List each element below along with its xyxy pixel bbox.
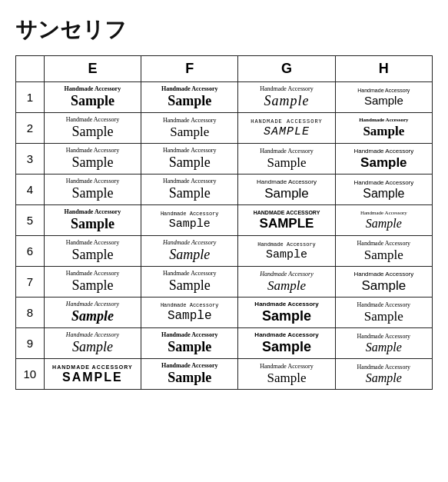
cell-10g: Handmade Accessory Sample	[238, 359, 335, 390]
cell-7h: Handmade Accessory Sample	[335, 267, 432, 298]
cell-3e: Handmade Accessory Sample	[44, 144, 141, 175]
page-title: サンセリフ	[15, 15, 433, 45]
table-row: 10 Handmade Accessory SAMPLE Handmade Ac…	[16, 359, 433, 390]
cell-2f: Handmade Accessory Sample	[141, 113, 238, 144]
cell-4h: Handmade Accessory Sample	[335, 175, 432, 205]
col-header-h: H	[335, 56, 432, 82]
font-sample-table: E F G H 1 Handmade Accessory Sample Hand…	[15, 55, 433, 390]
cell-7f: Handmade Accessory Sample	[141, 267, 238, 298]
row-number: 7	[16, 267, 45, 298]
cell-8g: Handmade Accessory Sample	[238, 298, 335, 328]
cell-8e: Handmade Accessory Sample	[44, 298, 141, 328]
cell-4f: Handmade Accessory Sample	[141, 175, 238, 205]
cell-5h: Handmade Accessory Sample	[335, 205, 432, 236]
cell-7g: Handmade Accessory Sample	[238, 267, 335, 298]
cell-6e: Handmade Accessory Sample	[44, 236, 141, 267]
cell-6h: Handmade Accessory Sample	[335, 236, 432, 267]
cell-9h: Handmade Accessory Sample	[335, 328, 432, 359]
cell-6g: Handmade Accessory Sample	[238, 236, 335, 267]
cell-1h: Handmade Accessory Sample	[335, 82, 432, 113]
cell-1e: Handmade Accessory Sample	[44, 82, 141, 113]
cell-8f: Handmade Accessory Sample	[141, 298, 238, 328]
table-row: 2 Handmade Accessory Sample Handmade Acc…	[16, 113, 433, 144]
cell-4e: Handmade Accessory Sample	[44, 175, 141, 205]
cell-10h: Handmade Accessory Sample	[335, 359, 432, 390]
cell-2h: Handmade Accessory Sample	[335, 113, 432, 144]
cell-5f: Handmade Accessory Sample	[141, 205, 238, 236]
row-number: 5	[16, 205, 45, 236]
cell-4g: Handmade Accessory Sample	[238, 175, 335, 205]
cell-5e: Handmade Accessory Sample	[44, 205, 141, 236]
cell-9g: Handmade Accessory Sample	[238, 328, 335, 359]
row-number: 4	[16, 175, 45, 205]
cell-1f: Handmade Accessory Sample	[141, 82, 238, 113]
table-row: 6 Handmade Accessory Sample Handmade Acc…	[16, 236, 433, 267]
cell-8h: Handmade Accessory Sample	[335, 298, 432, 328]
table-row: 8 Handmade Accessory Sample Handmade Acc…	[16, 298, 433, 328]
cell-9f: Handmade Accessory Sample	[141, 328, 238, 359]
cell-10f: Handmade Accessory Sample	[141, 359, 238, 390]
table-row: 9 Handmade Accessory Sample Handmade Acc…	[16, 328, 433, 359]
cell-9e: Handmade Accessory Sample	[44, 328, 141, 359]
cell-3g: Handmade Accessory Sample	[238, 144, 335, 175]
cell-3h: Handmade Accessory Sample	[335, 144, 432, 175]
cell-5g: Handmade Accessory Sample	[238, 205, 335, 236]
row-number: 1	[16, 82, 45, 113]
row-number: 3	[16, 144, 45, 175]
table-row: 4 Handmade Accessory Sample Handmade Acc…	[16, 175, 433, 205]
cell-10e: Handmade Accessory SAMPLE	[44, 359, 141, 390]
cell-7e: Handmade Accessory Sample	[44, 267, 141, 298]
table-row: 1 Handmade Accessory Sample Handmade Acc…	[16, 82, 433, 113]
col-header-num	[16, 56, 45, 82]
col-header-f: F	[141, 56, 238, 82]
table-row: 3 Handmade Accessory Sample Handmade Acc…	[16, 144, 433, 175]
col-header-e: E	[44, 56, 141, 82]
row-number: 2	[16, 113, 45, 144]
cell-3f: Handmade Accessory Sample	[141, 144, 238, 175]
row-number: 6	[16, 236, 45, 267]
cell-6f: Handmade Accessory Sample	[141, 236, 238, 267]
row-number: 8	[16, 298, 45, 328]
cell-2g: Handmade Accessory Sample	[238, 113, 335, 144]
col-header-g: G	[238, 56, 335, 82]
cell-1g: Handmade Accessory Sample	[238, 82, 335, 113]
table-row: 5 Handmade Accessory Sample Handmade Acc…	[16, 205, 433, 236]
cell-2e: Handmade Accessory Sample	[44, 113, 141, 144]
row-number: 9	[16, 328, 45, 359]
table-row: 7 Handmade Accessory Sample Handmade Acc…	[16, 267, 433, 298]
row-number: 10	[16, 359, 45, 390]
